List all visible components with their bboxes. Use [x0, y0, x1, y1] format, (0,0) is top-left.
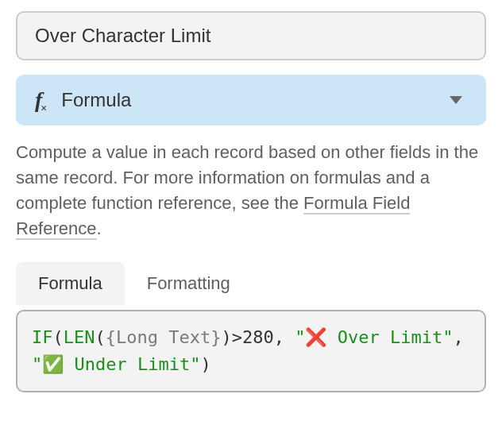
field-type-selector[interactable]: f× Formula [16, 75, 486, 126]
field-name-input[interactable] [16, 11, 486, 60]
config-tabs: Formula Formatting [16, 262, 486, 305]
chevron-down-icon [450, 96, 462, 104]
field-type-label: Formula [61, 89, 131, 111]
tab-formatting[interactable]: Formatting [125, 262, 253, 305]
tab-formula[interactable]: Formula [16, 262, 125, 305]
field-type-description: Compute a value in each record based on … [16, 140, 486, 241]
formula-icon: f× [35, 87, 48, 113]
formula-editor[interactable]: IF(LEN({Long Text})>280, "❌ Over Limit",… [16, 310, 486, 392]
